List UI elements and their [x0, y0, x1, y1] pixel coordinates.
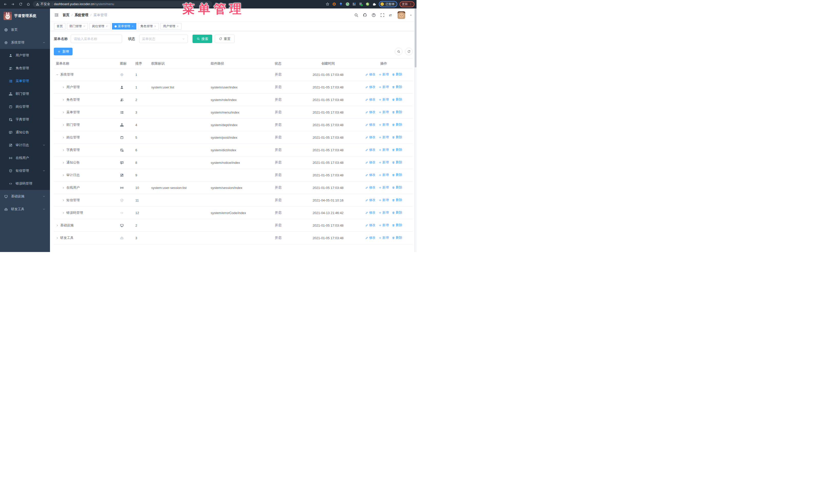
op-新增-link[interactable]: 新增	[379, 198, 389, 202]
op-删除-link[interactable]: 删除	[392, 135, 402, 140]
search-button[interactable]	[354, 13, 359, 18]
cell-menu-name[interactable]: 基础设施	[54, 223, 118, 227]
browser-update-button[interactable]: 更新	[400, 1, 414, 7]
profile-paused-badge[interactable]: 已暂停	[379, 1, 398, 7]
page-scrollbar[interactable]	[414, 8, 416, 252]
op-修改-link[interactable]: 修改	[365, 198, 376, 202]
cell-menu-name[interactable]: 菜单管理	[54, 110, 118, 115]
sidebar-item-研发工具[interactable]: 研发工具	[0, 203, 50, 216]
reset-button[interactable]: 重置	[215, 34, 235, 43]
bars-on[interactable]: on	[359, 2, 363, 6]
sidebar-item-系统管理[interactable]: 系统管理	[0, 36, 50, 49]
browser-forward-button[interactable]	[10, 1, 16, 7]
add-button[interactable]: 新增	[54, 48, 73, 55]
puzzle[interactable]	[372, 2, 377, 6]
op-删除-link[interactable]: 删除	[392, 236, 402, 240]
op-修改-link[interactable]: 修改	[365, 160, 376, 165]
cell-menu-name[interactable]: 岗位管理	[54, 135, 118, 140]
app-logo-row[interactable]: 芋道管理系统	[0, 8, 50, 23]
toggle-search-button[interactable]	[395, 48, 402, 55]
user-avatar[interactable]	[398, 11, 405, 19]
breadcrumb-item[interactable]: 菜单管理	[94, 13, 108, 18]
orange-ring[interactable]	[332, 2, 336, 6]
sidebar-item-在线用户[interactable]: 在线用户	[0, 151, 50, 164]
op-新增-link[interactable]: 新增	[379, 211, 389, 215]
op-新增-link[interactable]: 新增	[379, 97, 389, 102]
fontsize-button[interactable]: tT	[389, 13, 394, 18]
sidebar-item-基础设施[interactable]: 基础设施	[0, 190, 50, 203]
cell-menu-name[interactable]: 字典管理	[54, 148, 118, 152]
op-新增-link[interactable]: 新增	[379, 223, 389, 227]
sidebar-item-角色管理[interactable]: 角色管理	[0, 62, 50, 75]
github-button[interactable]	[363, 13, 367, 18]
op-修改-link[interactable]: 修改	[365, 123, 376, 127]
avatar-caret-icon[interactable]	[409, 13, 412, 18]
op-修改-link[interactable]: 修改	[365, 236, 376, 240]
op-删除-link[interactable]: 删除	[392, 198, 402, 202]
cell-menu-name[interactable]: 角色管理	[54, 97, 118, 102]
blue-gem[interactable]	[339, 2, 343, 6]
tab-部门管理[interactable]: 部门管理	[67, 23, 88, 29]
op-修改-link[interactable]: 修改	[365, 135, 376, 140]
browser-back-button[interactable]	[2, 1, 8, 7]
op-新增-link[interactable]: 新增	[379, 236, 389, 240]
op-修改-link[interactable]: 修改	[365, 72, 376, 77]
tab-用户管理[interactable]: 用户管理	[161, 23, 182, 29]
op-删除-link[interactable]: 删除	[392, 110, 402, 114]
op-新增-link[interactable]: 新增	[379, 85, 389, 89]
cell-menu-name[interactable]: 系统管理	[54, 72, 118, 77]
sidebar-item-错误码管理[interactable]: 错误码管理	[0, 177, 50, 190]
op-新增-link[interactable]: 新增	[379, 160, 389, 165]
cell-menu-name[interactable]: 用户管理	[54, 85, 118, 90]
tab-岗位管理[interactable]: 岗位管理	[90, 23, 111, 29]
sidebar-item-字典管理[interactable]: 字典管理	[0, 113, 50, 126]
status-select[interactable]: 菜单状态	[139, 34, 188, 43]
cell-menu-name[interactable]: 短信管理	[54, 198, 118, 202]
security-warning[interactable]: 不安全	[36, 2, 50, 6]
op-删除-link[interactable]: 删除	[392, 185, 402, 190]
bookmark-star[interactable]	[326, 2, 330, 6]
sidebar-item-短信管理[interactable]: 短信管理	[0, 164, 50, 177]
op-新增-link[interactable]: 新增	[379, 173, 389, 177]
op-新增-link[interactable]: 新增	[379, 135, 389, 140]
tab-角色管理[interactable]: 角色管理	[138, 23, 159, 29]
browser-reload-button[interactable]	[18, 1, 24, 7]
op-修改-link[interactable]: 修改	[365, 211, 376, 215]
op-修改-link[interactable]: 修改	[365, 97, 376, 102]
tab-首页[interactable]: 首页	[54, 23, 65, 29]
op-修改-link[interactable]: 修改	[365, 148, 376, 152]
cell-menu-name[interactable]: 通知公告	[54, 160, 118, 165]
cell-menu-name[interactable]: 部门管理	[54, 123, 118, 127]
sidebar-item-菜单管理[interactable]: 菜单管理	[0, 75, 50, 88]
question-button[interactable]	[372, 13, 376, 18]
fullscreen-button[interactable]	[380, 13, 385, 18]
grid-gem[interactable]	[352, 2, 357, 6]
green-search[interactable]	[365, 2, 370, 6]
hamburger-icon[interactable]	[54, 13, 59, 18]
sidebar-item-岗位管理[interactable]: 岗位管理	[0, 100, 50, 113]
search-button[interactable]: 搜索	[192, 34, 212, 43]
op-删除-link[interactable]: 删除	[392, 223, 402, 227]
cell-menu-name[interactable]: 审计日志	[54, 173, 118, 177]
tab-菜单管理[interactable]: 菜单管理	[112, 23, 136, 29]
browser-home-button[interactable]	[25, 1, 31, 7]
op-新增-link[interactable]: 新增	[379, 148, 389, 152]
op-删除-link[interactable]: 删除	[392, 173, 402, 177]
op-新增-link[interactable]: 新增	[379, 123, 389, 127]
sidebar-item-首页[interactable]: 首页	[0, 23, 50, 36]
breadcrumb-item[interactable]: 系统管理	[75, 13, 89, 18]
sidebar-item-用户管理[interactable]: 用户管理	[0, 49, 50, 62]
op-删除-link[interactable]: 删除	[392, 123, 402, 127]
breadcrumb-item[interactable]: 首页	[63, 13, 69, 18]
green-check[interactable]	[346, 2, 350, 6]
op-删除-link[interactable]: 删除	[392, 85, 402, 89]
op-删除-link[interactable]: 删除	[392, 148, 402, 152]
op-新增-link[interactable]: 新增	[379, 72, 389, 77]
op-删除-link[interactable]: 删除	[392, 72, 402, 77]
op-删除-link[interactable]: 删除	[392, 211, 402, 215]
op-修改-link[interactable]: 修改	[365, 110, 376, 114]
address-bar[interactable]: 不安全 dashboard.yudao.iocoder.cn/system/me…	[33, 1, 212, 7]
cell-menu-name[interactable]: 错误码管理	[54, 211, 118, 215]
scrollbar-thumb[interactable]	[415, 8, 416, 67]
sidebar-item-审计日志[interactable]: 审计日志	[0, 139, 50, 151]
